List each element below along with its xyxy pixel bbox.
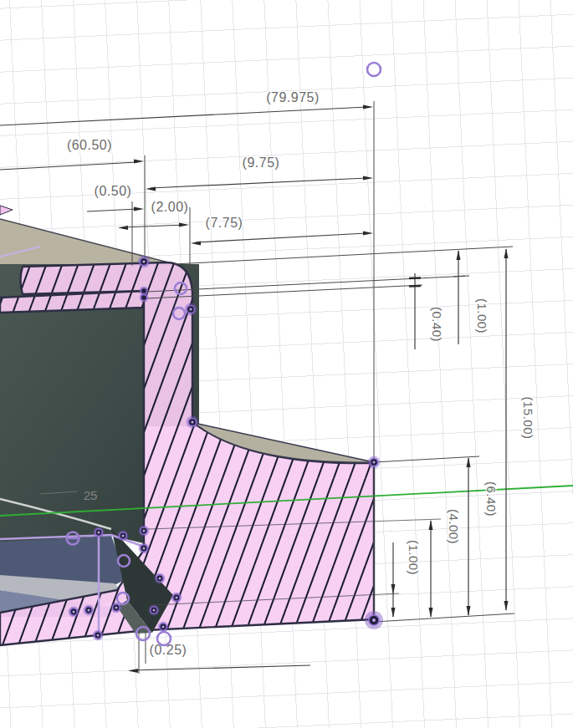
vertex-dot[interactable]	[155, 573, 166, 584]
dim-label[interactable]: (60.50)	[67, 138, 112, 152]
arrow-right-icon	[363, 232, 373, 236]
vertex-dot[interactable]	[93, 630, 104, 641]
dim-flange-height[interactable]: (6.40)	[467, 457, 499, 616]
dim-tick	[409, 286, 421, 287]
arrow-down-icon	[467, 606, 471, 616]
dim-left-width[interactable]: (60.50)	[0, 138, 144, 170]
vertex-dot[interactable]	[368, 456, 381, 469]
vertex-dot[interactable]	[139, 543, 150, 554]
dim-top-minor-height[interactable]: (0.40)	[409, 273, 444, 349]
dim-step-width[interactable]: (0.50)	[87, 184, 144, 211]
arrow-down-icon	[391, 584, 396, 594]
dim-bottom-step-height[interactable]: (1.00)	[391, 540, 422, 618]
dim-shelf-width[interactable]: (7.75)	[191, 216, 373, 246]
dim-line	[0, 162, 137, 170]
vertex-dot[interactable]	[158, 622, 169, 633]
vertex-dot-large[interactable]	[365, 611, 383, 629]
dim-right-width[interactable]: (9.75)	[146, 155, 373, 191]
cad-viewport[interactable]: (79.975) (60.50) (9.75) (0.50)	[0, 0, 573, 728]
arrow-up-icon	[429, 520, 433, 530]
vertex-dot[interactable]	[118, 531, 129, 542]
vertex-dot[interactable]	[94, 527, 105, 538]
arrow-up-icon	[467, 457, 471, 467]
ext-line-bottom	[374, 613, 514, 622]
dim-overall-width[interactable]: (79.975)	[0, 90, 373, 125]
arrow-down-icon	[391, 608, 396, 618]
dim-line	[151, 178, 366, 188]
dim-mid-height[interactable]: (4.00)	[429, 509, 462, 618]
dim-label[interactable]: (1.00)	[475, 298, 489, 333]
arrow-down-icon	[504, 601, 509, 611]
dim-label[interactable]: (6.40)	[484, 481, 499, 517]
sketch-point-icon[interactable]	[367, 63, 381, 76]
dim-line	[122, 225, 186, 227]
arrow-right-icon	[179, 223, 189, 227]
arrow-right-icon	[363, 105, 373, 109]
dim-label[interactable]: (0.50)	[95, 184, 132, 198]
arrow-left-icon	[118, 226, 128, 230]
dim-line	[0, 107, 366, 125]
arrow-right-icon	[134, 160, 144, 164]
ext-line-flange-top	[374, 456, 479, 462]
arrow-left-icon	[128, 669, 138, 673]
far-rim-sliver	[0, 206, 13, 215]
vertex-dot[interactable]	[149, 605, 160, 616]
arrow-up-icon	[504, 248, 509, 258]
vertex-dot[interactable]	[185, 303, 197, 316]
arrow-left-icon	[191, 242, 201, 246]
dim-bottom-chamfer[interactable]: (0.25)	[128, 643, 310, 673]
section-view-canvas: (79.975) (60.50) (9.75) (0.50)	[0, 0, 573, 728]
dim-label[interactable]: (79.975)	[266, 90, 320, 104]
dim-label[interactable]: (7.75)	[206, 216, 243, 230]
dim-label[interactable]: (9.75)	[243, 155, 280, 170]
dim-label[interactable]: (4.00)	[447, 509, 461, 544]
vertex-dot[interactable]	[138, 256, 151, 268]
dim-label[interactable]: (0.40)	[430, 307, 444, 342]
dim-label[interactable]: (15.00)	[521, 396, 535, 439]
dim-total-height[interactable]: (15.00)	[504, 248, 536, 611]
arrow-down-icon	[429, 608, 433, 618]
vertex-dot[interactable]	[139, 526, 150, 537]
dim-top-step-height[interactable]: (1.00)	[453, 250, 489, 344]
arrow-right-icon	[363, 176, 373, 181]
arrow-up-icon	[457, 250, 461, 260]
vertex-dot[interactable]	[140, 293, 149, 303]
arrow-left-icon	[146, 187, 156, 191]
arrow-right-icon	[134, 207, 144, 211]
ext-line-top-face	[174, 247, 513, 264]
vertex-dot[interactable]	[187, 416, 199, 429]
dim-tick	[409, 277, 421, 278]
dim-label[interactable]: (1.00)	[407, 540, 421, 575]
dim-line	[196, 233, 366, 242]
dim-label[interactable]: (2.00)	[151, 200, 189, 214]
dim-neck-width[interactable]: (2.00)	[118, 200, 189, 230]
dim-line	[132, 665, 310, 670]
vertex-dot[interactable]	[69, 607, 79, 618]
dim-label-clipped[interactable]: 25	[84, 488, 98, 502]
dim-line	[87, 209, 137, 211]
vertex-dot[interactable]	[84, 605, 95, 616]
vertex-dot[interactable]	[171, 593, 182, 603]
